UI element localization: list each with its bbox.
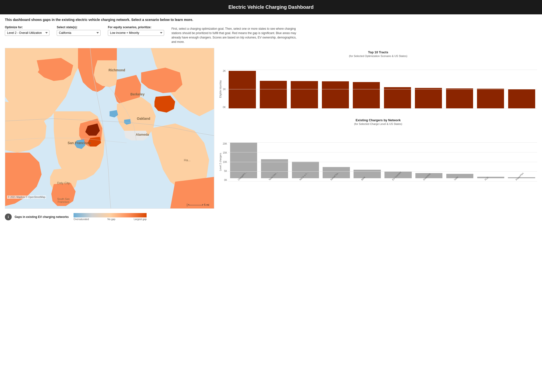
charger-bar-col-7: Volta <box>445 142 475 181</box>
equity-select[interactable]: Low income (relative to cost of living)M… <box>108 30 164 36</box>
legend-title: Gaps in existing EV charging networks <box>15 215 69 219</box>
bar-label: FLO <box>484 171 495 181</box>
svg-text:Oakland: Oakland <box>137 117 150 121</box>
state-label: Select state(s): <box>57 26 101 29</box>
optimize-label: Optimize for: <box>5 26 49 29</box>
subtitle: This dashboard shows gaps in the existin… <box>0 14 542 24</box>
top10-title: Top 10 Tracts <box>219 50 537 54</box>
bar <box>229 71 256 109</box>
bar-col-1 <box>258 70 288 109</box>
bar <box>477 89 504 109</box>
top10-subtitle: (for Selected Optimization Scenario & US… <box>219 55 537 57</box>
chargers-y-label: Level 2 chargers <box>219 142 222 181</box>
svg-text:South San: South San <box>57 197 70 200</box>
bar <box>322 81 349 109</box>
no-gap-label: No gap <box>107 218 115 221</box>
svg-text:Francisco: Francisco <box>58 200 69 203</box>
bar <box>415 88 442 109</box>
charger-bar-col-2: Not in a network <box>290 142 320 181</box>
legend-gradient <box>74 213 147 217</box>
top10-chart: Top 10 Tracts (for Selected Optimization… <box>219 48 537 111</box>
bar-col-9 <box>507 70 537 109</box>
bar <box>260 81 287 109</box>
bar-col-0 <box>227 70 257 109</box>
bar <box>477 177 504 178</box>
svg-text:Ha...: Ha... <box>184 158 190 162</box>
bar <box>384 87 411 109</box>
scale-label: 5 mi <box>204 203 209 206</box>
charger-bar-col-4: Blink <box>352 142 382 181</box>
legend-info-icon[interactable]: i <box>5 214 12 220</box>
charger-bar-col-5: EV Connect <box>383 142 413 181</box>
chargers-chart: Existing Chargers by Network (for Select… <box>219 116 537 184</box>
bar <box>508 177 535 178</box>
charger-bar-col-1: Tesla Destination <box>260 142 290 181</box>
bar-label: PowerFlex <box>515 171 525 181</box>
equity-label: For equity scenarios, prioritize: <box>108 26 164 29</box>
header: Electric Vehicle Charging Dashboard <box>0 0 542 14</box>
chargers-title: Existing Chargers by Network <box>219 118 537 122</box>
charger-bar-col-0: ChargePoint <box>229 142 259 181</box>
bar-col-8 <box>476 70 505 109</box>
svg-text:Richmond: Richmond <box>109 68 125 72</box>
bar-col-7 <box>445 70 475 109</box>
oversaturated-label: Oversaturated <box>74 218 89 221</box>
map-container[interactable]: Richmond Berkeley Oakland San Francisco … <box>5 48 214 209</box>
bar <box>353 82 380 109</box>
charger-bar-col-3: SemaCharge <box>321 142 351 181</box>
svg-text:Daly City: Daly City <box>57 181 70 185</box>
bar-col-3 <box>320 70 350 109</box>
svg-text:Alameda: Alameda <box>136 133 149 136</box>
optimize-select[interactable]: Level 2 - Overall UtilizationLevel 2 - E… <box>5 30 49 36</box>
largest-gap-label: Largest gap <box>134 218 147 221</box>
top10-y-label: Eligible trips/day <box>219 70 222 109</box>
charger-bar-col-9: PowerFlex <box>506 142 537 181</box>
bar <box>446 88 473 109</box>
header-title: Electric Vehicle Charging Dashboard <box>228 4 314 10</box>
charger-bar-col-6: Greenlots <box>414 142 444 181</box>
svg-text:San Francisco: San Francisco <box>68 141 91 145</box>
bar-col-4 <box>351 70 381 109</box>
map-scale: | 5 mi <box>187 203 209 206</box>
help-text: First, select a charging optimization go… <box>171 26 298 45</box>
svg-text:Berkeley: Berkeley <box>131 92 145 96</box>
bar <box>508 89 535 109</box>
charger-bar-col-8: FLO <box>476 142 506 181</box>
bar-col-5 <box>383 70 412 109</box>
bar-col-2 <box>289 70 319 109</box>
chargers-subtitle: (for Selected Charge Level & US States) <box>219 122 537 125</box>
map-attribution: © 2021 Mapbox © OpenStreetMap <box>7 196 46 199</box>
bar-col-6 <box>413 70 443 109</box>
bar <box>291 81 318 109</box>
state-select[interactable]: CaliforniaTexasNew YorkFloridaWashington <box>57 30 101 36</box>
